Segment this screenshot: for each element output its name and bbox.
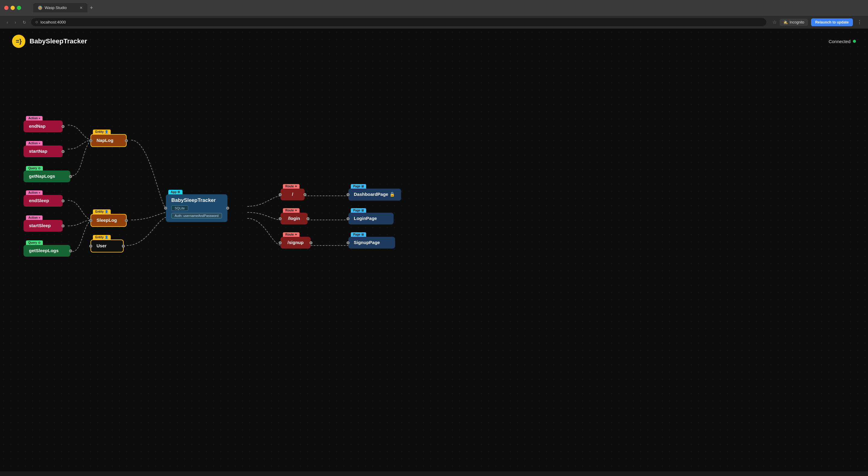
node-route-root[interactable]: Route ✦ / [280,184,305,200]
port-route-signup-left [279,241,282,244]
new-tab-button[interactable]: + [88,4,96,12]
route-label-root: Route ✦ [283,184,300,189]
port-getSleepLogs-right [69,249,72,252]
action-title-startSleep: startSleep [29,223,57,228]
query-card-getNapLogs[interactable]: getNapLogs [24,171,70,182]
app-logo: =} BabySleepTracker [12,35,87,48]
node-App[interactable]: App ⚙ BabySleepTracker SQLite Auth: user… [166,190,227,222]
app-node-card[interactable]: BabySleepTracker SQLite Auth: usernameAn… [166,194,227,222]
route-card-root[interactable]: / [280,189,305,200]
entity-title-SleepLog: SleepLog [96,217,121,223]
node-NapLog[interactable]: Entity 👤 NapLog [91,130,127,147]
port-startSleep-right [62,225,65,228]
query-title-getSleepLogs: getSleepLogs [29,248,65,253]
forward-button[interactable]: › [13,19,18,25]
page-card-dashboard[interactable]: DashboardPage 🔒 [348,189,401,201]
incognito-button[interactable]: 🕵 Incognito [780,19,808,26]
status-indicator [853,40,856,43]
node-LoginPage[interactable]: Page ⊞ LoginPage [348,208,394,225]
page-card-login[interactable]: LoginPage [348,213,394,225]
port-signup-left [346,241,349,244]
node-getSleepLogs[interactable]: Query ⊙ getSleepLogs [24,240,70,257]
node-endNap[interactable]: Action » endNap [24,116,63,132]
query-title-getNapLogs: getNapLogs [29,173,65,179]
port-route-login-left [279,217,282,220]
port-login-left [346,217,349,220]
route-label-signup: Route ✦ [283,232,300,237]
app-logo-icon: =} [12,35,25,48]
connection-label: Connected [829,39,850,44]
route-card-signup[interactable]: /signup [280,237,311,248]
action-card-endNap[interactable]: endNap [24,121,63,132]
app-db-badge: SQLite [171,205,188,211]
address-bar: ‹ › ↻ ⊙ localhost:4000 ☆ 🕵 Incognito Rel… [0,15,868,29]
minimize-button[interactable] [10,6,15,10]
tab-title: Wasp Studio [44,5,67,10]
relaunch-button[interactable]: Relaunch to update [811,19,853,26]
entity-label-SleepLog: Entity 👤 [93,209,111,214]
url-input[interactable]: ⊙ localhost:4000 [31,18,766,26]
node-startNap[interactable]: Action » startNap [24,141,63,157]
entity-card-NapLog[interactable]: NapLog [91,134,127,147]
action-label-endNap: Action » [26,116,42,121]
page-label-dashboard: Page ⊞ [351,184,366,189]
port-endSleep-right [62,199,65,202]
entity-title-User: User [96,243,118,248]
query-label-getNapLogs: Query ⊙ [26,166,43,171]
connections-svg [0,29,868,472]
page-title-signup: SignupPage [354,240,390,245]
action-title-endNap: endNap [29,124,57,129]
traffic-lights [4,6,21,10]
query-card-getSleepLogs[interactable]: getSleepLogs [24,245,70,257]
port-route-login-right [306,217,309,220]
port-SleepLog-left [89,219,92,222]
port-NapLog-right [125,139,128,142]
node-route-signup[interactable]: Route ✦ /signup [280,232,311,248]
entity-card-SleepLog[interactable]: SleepLog [91,214,127,227]
port-User-right [122,245,125,248]
route-card-login[interactable]: /login [280,213,308,225]
lock-icon: ⊙ [35,20,38,24]
close-button[interactable] [4,6,8,10]
action-card-endSleep[interactable]: endSleep [24,195,63,207]
title-bar: 🐝 Wasp Studio ✕ + [0,0,868,15]
node-SignupPage[interactable]: Page ⊞ SignupPage [348,232,395,248]
node-startSleep[interactable]: Action » startSleep [24,215,63,232]
app-canvas: =} BabySleepTracker Connected [0,29,868,472]
node-route-login[interactable]: Route ✦ /login [280,208,308,225]
browser-tab-wasp-studio[interactable]: 🐝 Wasp Studio ✕ [33,3,88,12]
page-card-signup[interactable]: SignupPage [348,237,395,248]
port-NapLog-left [89,139,92,142]
node-endSleep[interactable]: Action » endSleep [24,191,63,207]
entity-title-NapLog: NapLog [96,138,121,143]
chrome-menu-icon[interactable]: ⋮ [856,19,863,26]
entity-label-NapLog: Entity 👤 [93,130,111,134]
route-path-signup: /signup [286,240,305,245]
back-button[interactable]: ‹ [5,19,10,25]
port-route-signup-right [309,241,312,244]
app-node-title: BabySleepTracker [171,197,222,203]
browser-chrome: 🐝 Wasp Studio ✕ + ‹ › ↻ ⊙ localhost:4000… [0,0,868,29]
route-label-login: Route ✦ [283,208,300,213]
node-SleepLog[interactable]: Entity 👤 SleepLog [91,209,127,227]
action-card-startNap[interactable]: startNap [24,145,63,157]
port-endNap-right [62,125,65,128]
route-path-login: /login [286,216,302,221]
port-startNap-right [62,150,65,153]
port-SleepLog-right [125,219,128,222]
page-title-login: LoginPage [354,216,388,221]
reload-button[interactable]: ↻ [21,19,28,25]
action-card-startSleep[interactable]: startSleep [24,220,63,232]
bookmark-icon[interactable]: ☆ [772,19,777,25]
tab-close-icon[interactable]: ✕ [80,6,83,10]
url-text: localhost:4000 [40,20,66,24]
action-title-endSleep: endSleep [29,198,57,203]
entity-card-User[interactable]: User [91,239,124,252]
action-label-endSleep: Action » [26,191,42,195]
app-node-label: App ⚙ [168,190,183,194]
node-DashboardPage[interactable]: Page ⊞ DashboardPage 🔒 [348,184,401,201]
node-User[interactable]: Entity 👤 User [91,235,124,252]
action-title-startNap: startNap [29,148,57,154]
node-getNapLogs[interactable]: Query ⊙ getNapLogs [24,166,70,182]
maximize-button[interactable] [17,6,21,10]
